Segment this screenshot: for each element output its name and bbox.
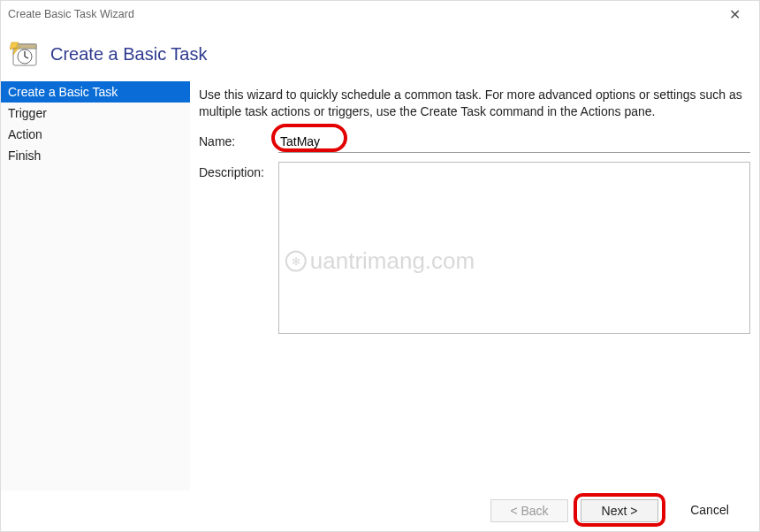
wizard-footer: < Back Next > Cancel <box>1 490 759 531</box>
wizard-content: Use this wizard to quickly schedule a co… <box>190 81 759 490</box>
task-scheduler-icon <box>10 39 40 69</box>
step-trigger[interactable]: Trigger <box>1 103 190 124</box>
wizard-header: Create a Basic Task <box>1 27 759 80</box>
next-button[interactable]: Next > <box>581 499 658 522</box>
task-description-input[interactable] <box>278 162 750 334</box>
intro-text: Use this wizard to quickly schedule a co… <box>199 87 750 120</box>
back-button: < Back <box>490 499 568 522</box>
titlebar: Create Basic Task Wizard ✕ <box>1 1 759 27</box>
task-name-input[interactable] <box>278 131 750 153</box>
wizard-steps-sidebar: Create a Basic Task Trigger Action Finis… <box>1 81 190 490</box>
description-label: Description: <box>199 162 278 179</box>
name-row: Name: <box>199 131 750 153</box>
description-row: Description: <box>199 162 750 337</box>
window-title: Create Basic Task Wizard <box>8 8 134 20</box>
wizard-title: Create a Basic Task <box>50 44 208 65</box>
step-action[interactable]: Action <box>1 124 190 145</box>
wizard-window: Create Basic Task Wizard ✕ Create a Basi… <box>0 0 760 532</box>
step-finish[interactable]: Finish <box>1 145 190 166</box>
close-icon[interactable]: ✕ <box>717 6 752 23</box>
step-create-basic-task[interactable]: Create a Basic Task <box>1 81 190 103</box>
wizard-body: Create a Basic Task Trigger Action Finis… <box>1 80 759 490</box>
cancel-button[interactable]: Cancel <box>671 499 749 522</box>
name-label: Name: <box>199 131 278 148</box>
